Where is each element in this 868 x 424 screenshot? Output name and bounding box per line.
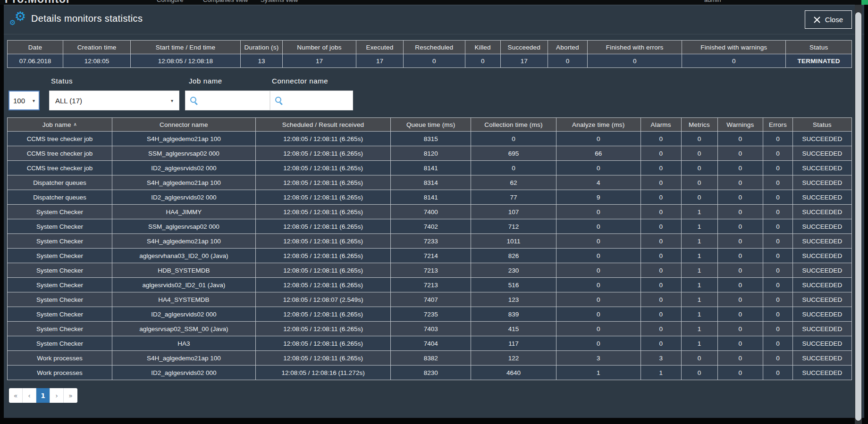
jobs-cell-connector-name: S4H_aglgedemo21ap 100	[112, 234, 255, 249]
scrollbar-track[interactable]	[855, 5, 862, 424]
jobs-cell-connector-name: ID2_aglgesrvids02 000	[112, 161, 255, 175]
jobs-cell-scheduled-result-received: 12:08:05 / 12:08:11 (6.265s)	[255, 336, 390, 351]
jobs-header-errors[interactable]: Errors	[763, 118, 793, 132]
jobs-cell-connector-name: ID2_aglgesrvids02 000	[112, 307, 255, 322]
jobs-cell-queue-time-ms: 8382	[391, 351, 471, 366]
close-button[interactable]: Close	[805, 10, 852, 29]
sort-asc-icon: ∧	[74, 122, 77, 127]
jobs-cell-errors: 0	[763, 322, 793, 336]
jobs-cell-scheduled-result-received: 12:08:05 / 12:08:11 (6.265s)	[255, 219, 390, 234]
jobs-cell-errors: 0	[763, 234, 793, 249]
jobs-cell-job-name: System Checker	[8, 219, 112, 234]
jobs-cell-status: SUCCEEDED	[792, 161, 851, 175]
summary-cell-start-time-end-time: 12:08:05 / 12:08:18	[131, 54, 241, 68]
jobs-cell-status: SUCCEEDED	[792, 146, 851, 161]
jobs-cell-job-name: System Checker	[8, 234, 112, 249]
pagination-first[interactable]: «	[9, 388, 23, 403]
jobs-cell-errors: 0	[763, 263, 793, 278]
pagination-page-1[interactable]: 1	[36, 388, 50, 403]
jobs-cell-queue-time-ms: 8230	[391, 366, 471, 380]
connector-name-search-input[interactable]	[287, 93, 348, 108]
jobs-cell-collection-time-ms: 826	[471, 249, 556, 263]
gears-icon: ⚙ ⚙	[10, 10, 28, 29]
jobs-cell-job-name: System Checker	[8, 322, 112, 336]
jobs-cell-collection-time-ms: 695	[471, 146, 556, 161]
pagination-last[interactable]: »	[64, 388, 77, 403]
close-icon	[814, 17, 820, 23]
jobs-cell-analyze-time-ms: 0	[556, 292, 640, 307]
jobs-cell-metrics: 0	[681, 161, 717, 175]
jobs-cell-connector-name: aglgesrvsap02_SSM_00 (Java)	[112, 322, 255, 336]
pagination-prev[interactable]: ‹	[23, 388, 36, 403]
jobs-header-job-name[interactable]: Job name∧	[8, 118, 112, 132]
jobs-cell-warnings: 0	[717, 205, 763, 219]
jobs-cell-metrics: 1	[681, 234, 717, 249]
jobs-cell-alarms: 0	[640, 219, 681, 234]
jobs-cell-scheduled-result-received: 12:08:05 / 12:08:11 (6.265s)	[255, 190, 390, 205]
jobs-cell-queue-time-ms: 8120	[391, 146, 471, 161]
jobs-header-analyze-time-ms[interactable]: Analyze time (ms)	[556, 118, 640, 132]
jobs-cell-analyze-time-ms: 4	[556, 175, 640, 190]
jobs-cell-warnings: 0	[717, 146, 763, 161]
jobs-cell-status: SUCCEEDED	[792, 278, 851, 292]
run-summary-table: DateCreation timeStart time / End timeDu…	[7, 40, 852, 68]
page-size-select[interactable]: 100 ▾	[8, 91, 40, 110]
jobs-cell-warnings: 0	[717, 336, 763, 351]
jobs-cell-warnings: 0	[717, 234, 763, 249]
background-top-bar: Pro.Monitor Configure Companies view Sys…	[0, 0, 868, 5]
jobs-cell-warnings: 0	[717, 161, 763, 175]
jobs-cell-job-name: System Checker	[8, 205, 112, 219]
jobs-cell-metrics: 0	[681, 351, 717, 366]
jobs-cell-alarms: 0	[640, 278, 681, 292]
jobs-row: Dispatcher queuesID2_aglgesrvids02 00012…	[8, 190, 852, 205]
jobs-header-queue-time-ms[interactable]: Queue time (ms)	[391, 118, 471, 132]
jobs-cell-job-name: Dispatcher queues	[8, 190, 112, 205]
jobs-cell-job-name: Work processes	[8, 351, 112, 366]
job-name-search-input[interactable]	[202, 93, 265, 108]
chevron-down-icon: ▾	[33, 98, 35, 103]
nav-item-admin: admin	[704, 0, 721, 3]
jobs-cell-scheduled-result-received: 12:08:05 / 12:08:07 (2.549s)	[255, 292, 390, 307]
jobs-cell-queue-time-ms: 7404	[391, 336, 471, 351]
jobs-header-metrics[interactable]: Metrics	[681, 118, 717, 132]
modal-title: Details monitors statistics	[31, 13, 143, 24]
jobs-header-warnings[interactable]: Warnings	[717, 118, 763, 132]
status-filter-select[interactable]: ALL (17) ▾	[49, 91, 179, 110]
jobs-cell-connector-name: HA3	[112, 336, 255, 351]
jobs-header-connector-name[interactable]: Connector name	[112, 118, 255, 132]
pagination-next[interactable]: ›	[50, 388, 64, 403]
jobs-cell-scheduled-result-received: 12:08:05 / 12:08:11 (6.265s)	[255, 175, 390, 190]
jobs-row: Dispatcher queuesS4H_aglgedemo21ap 10012…	[8, 175, 852, 190]
jobs-cell-alarms: 3	[640, 351, 681, 366]
summary-cell-status: TERMINATED	[786, 54, 852, 68]
jobs-cell-status: SUCCEEDED	[792, 249, 851, 263]
summary-header-creation-time: Creation time	[63, 41, 131, 54]
jobs-header-status[interactable]: Status	[792, 118, 851, 132]
summary-header-duration-s: Duration (s)	[240, 41, 282, 54]
summary-cell-killed: 0	[465, 54, 500, 68]
jobs-cell-queue-time-ms: 7402	[391, 219, 471, 234]
summary-cell-finished-with-errors: 0	[587, 54, 682, 68]
jobs-cell-queue-time-ms: 7407	[391, 292, 471, 307]
jobs-cell-alarms: 0	[640, 132, 681, 146]
scrollbar-thumb[interactable]	[855, 12, 861, 421]
jobs-cell-metrics: 0	[681, 175, 717, 190]
jobs-row: CCMS tree checker jobID2_aglgesrvids02 0…	[8, 161, 852, 175]
jobs-cell-scheduled-result-received: 12:08:05 / 12:08:16 (11.272s)	[255, 366, 390, 380]
jobs-cell-scheduled-result-received: 12:08:05 / 12:08:11 (6.265s)	[255, 278, 390, 292]
jobs-header-collection-time-ms[interactable]: Collection time (ms)	[471, 118, 556, 132]
jobs-cell-errors: 0	[763, 366, 793, 380]
jobs-header-alarms[interactable]: Alarms	[640, 118, 681, 132]
jobs-cell-alarms: 0	[640, 234, 681, 249]
jobs-cell-errors: 0	[763, 278, 793, 292]
close-button-label: Close	[825, 16, 843, 24]
jobs-cell-analyze-time-ms: 0	[556, 249, 640, 263]
connector-name-filter-label: Connector name	[272, 77, 328, 85]
jobs-cell-collection-time-ms: 122	[471, 351, 556, 366]
jobs-header-scheduled-result-received[interactable]: Scheduled / Result received	[255, 118, 390, 132]
jobs-cell-job-name: System Checker	[8, 263, 112, 278]
jobs-cell-warnings: 0	[717, 190, 763, 205]
jobs-cell-alarms: 0	[640, 175, 681, 190]
jobs-cell-analyze-time-ms: 0	[556, 219, 640, 234]
summary-cell-aborted: 0	[548, 54, 587, 68]
